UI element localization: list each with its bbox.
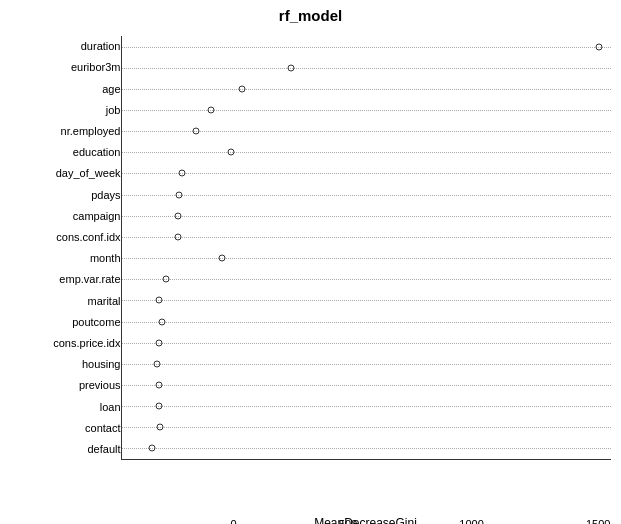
- data-dot: [288, 64, 295, 71]
- data-dot: [176, 191, 183, 198]
- data-dot: [227, 149, 234, 156]
- data-dot: [158, 318, 165, 325]
- y-label: default: [11, 439, 121, 460]
- y-label: duration: [11, 36, 121, 57]
- data-dot: [155, 297, 162, 304]
- y-label: nr.employed: [11, 121, 121, 142]
- bottom-area: 050010001500 MeanDecreaseGini: [121, 488, 611, 524]
- grid-line: [122, 322, 611, 323]
- plot-area: [121, 36, 611, 460]
- y-label: month: [11, 248, 121, 269]
- y-labels: durationeuribor3magejobnr.employededucat…: [11, 28, 121, 488]
- grid-line: [122, 173, 611, 174]
- data-dot: [155, 403, 162, 410]
- y-label: marital: [11, 290, 121, 311]
- data-dot: [163, 276, 170, 283]
- grid-line: [122, 385, 611, 386]
- y-label: pdays: [11, 184, 121, 205]
- data-dot: [178, 170, 185, 177]
- grid-line: [122, 258, 611, 259]
- data-dot: [154, 360, 161, 367]
- grid-line: [122, 68, 611, 69]
- chart-container: rf_model durationeuribor3magejobnr.emplo…: [11, 7, 611, 517]
- grid-line: [122, 195, 611, 196]
- y-label: poutcome: [11, 312, 121, 333]
- grid-line: [122, 343, 611, 344]
- y-label: loan: [11, 396, 121, 417]
- grid-line: [122, 89, 611, 90]
- data-dot: [155, 339, 162, 346]
- grid-line: [122, 110, 611, 111]
- y-label: age: [11, 78, 121, 99]
- data-dot: [157, 424, 164, 431]
- data-dot: [155, 381, 162, 388]
- data-dot: [219, 255, 226, 262]
- y-label: housing: [11, 354, 121, 375]
- y-label: education: [11, 142, 121, 163]
- x-axis-label: MeanDecreaseGini: [121, 516, 611, 524]
- grid-line: [122, 47, 611, 48]
- y-label: euribor3m: [11, 57, 121, 78]
- y-label: job: [11, 100, 121, 121]
- grid-line: [122, 406, 611, 407]
- grid-line: [122, 216, 611, 217]
- data-dot: [239, 85, 246, 92]
- grid-line: [122, 279, 611, 280]
- y-label: campaign: [11, 206, 121, 227]
- grid-line: [122, 300, 611, 301]
- data-dot: [207, 107, 214, 114]
- chart-area: durationeuribor3magejobnr.employededucat…: [11, 28, 611, 488]
- grid-line: [122, 152, 611, 153]
- grid-line: [122, 364, 611, 365]
- y-label: day_of_week: [11, 163, 121, 184]
- y-label: contact: [11, 418, 121, 439]
- grid-line: [122, 448, 611, 449]
- chart-title: rf_model: [11, 7, 611, 24]
- data-dot: [174, 233, 181, 240]
- grid-line: [122, 427, 611, 428]
- data-dot: [595, 43, 602, 50]
- y-label: cons.conf.idx: [11, 227, 121, 248]
- data-dot: [174, 212, 181, 219]
- y-label: emp.var.rate: [11, 269, 121, 290]
- data-dot: [193, 128, 200, 135]
- y-label: cons.price.idx: [11, 333, 121, 354]
- data-dot: [148, 445, 155, 452]
- grid-line: [122, 237, 611, 238]
- y-label: previous: [11, 375, 121, 396]
